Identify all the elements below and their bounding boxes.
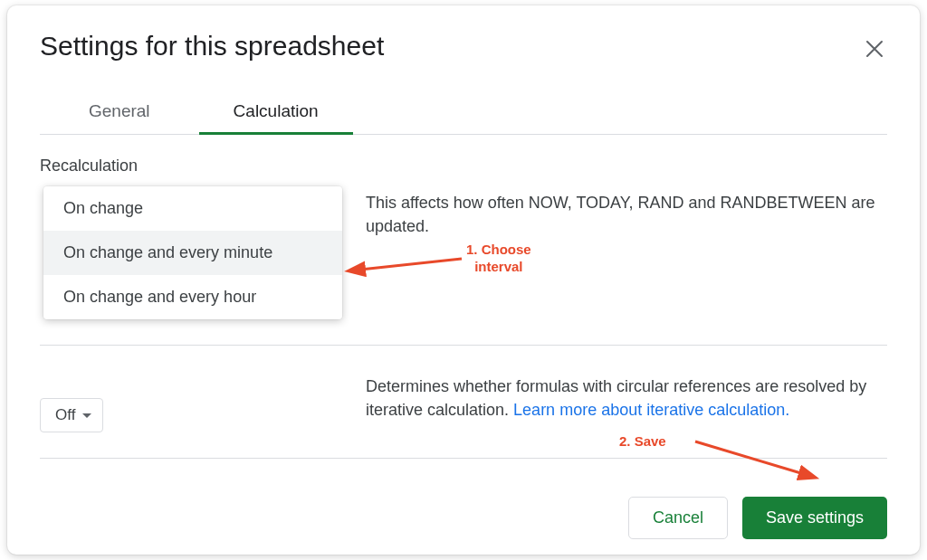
caret-down-icon bbox=[82, 413, 91, 418]
dialog-header: Settings for this spreadsheet bbox=[40, 31, 887, 65]
tab-general[interactable]: General bbox=[40, 90, 199, 134]
settings-dialog: Settings for this spreadsheet General Ca… bbox=[7, 5, 920, 555]
iterative-learn-more-link[interactable]: Learn more about iterative calculation. bbox=[513, 401, 789, 419]
option-on-change[interactable]: On change bbox=[43, 186, 342, 231]
recalculation-dropdown[interactable]: On change On change and every minute On … bbox=[43, 186, 342, 319]
iterative-select-value: Off bbox=[55, 406, 75, 424]
recalculation-section: Recalculation On change On change and ev… bbox=[40, 135, 887, 346]
recalculation-label: Recalculation bbox=[40, 157, 339, 176]
recalculation-description: This affects how often NOW, TODAY, RAND … bbox=[366, 157, 887, 319]
iterative-description: Determines whether formulas with circula… bbox=[366, 367, 887, 432]
option-every-minute[interactable]: On change and every minute bbox=[43, 231, 342, 275]
iterative-select[interactable]: Off bbox=[40, 398, 103, 432]
save-settings-button[interactable]: Save settings bbox=[742, 497, 887, 539]
dialog-footer: Cancel Save settings bbox=[40, 497, 887, 539]
tabs: General Calculation bbox=[40, 90, 887, 135]
cancel-button[interactable]: Cancel bbox=[628, 497, 728, 539]
tab-calculation[interactable]: Calculation bbox=[199, 90, 353, 134]
option-every-hour[interactable]: On change and every hour bbox=[43, 275, 342, 319]
close-icon[interactable] bbox=[862, 36, 887, 65]
dialog-title: Settings for this spreadsheet bbox=[40, 31, 384, 62]
iterative-section: Off Determines whether formulas with cir… bbox=[40, 346, 887, 459]
